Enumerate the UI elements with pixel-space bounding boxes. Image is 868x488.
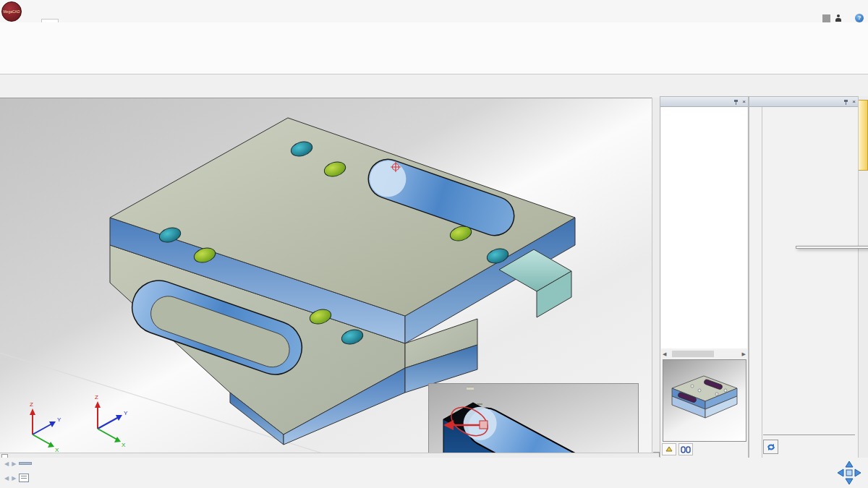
bearbeitungen-panel-header: × [660,97,748,107]
svg-text:Z: Z [30,401,33,408]
tree-hscrollbar[interactable]: ◀ ▶ [661,350,747,358]
coordinate-tooltip [467,387,474,390]
panel-close-icon[interactable]: × [852,98,856,105]
title-bar [0,0,868,10]
feature-tree [661,107,747,348]
coord-z-value [470,389,474,390]
theme-square-icon[interactable] [822,14,830,22]
svg-text:Y: Y [124,410,128,416]
next-sheet-icon[interactable]: ▶ [12,475,16,481]
model-area-tab[interactable] [19,462,32,465]
megacad-logo-icon[interactable]: MegaCAD [1,1,22,22]
scroll-right-icon[interactable]: ▶ [741,351,747,357]
model-preview-pane[interactable] [663,359,746,442]
bearbeitung-einfuegen-panel: × [749,96,859,459]
scroll-thumb[interactable] [672,351,714,357]
status-bar: ◀ ▶ ◀ ▶ [0,458,868,488]
pin-icon[interactable] [733,99,739,105]
viewport-3d[interactable]: ZYX ZYX [0,98,652,453]
toolbar-row-1 [0,74,868,85]
detail-inset-window[interactable] [428,383,639,453]
sheet-tab[interactable] [32,477,38,479]
scroll-left-icon[interactable]: ◀ [661,351,668,357]
ribbon-tab-row: MegaCAD ? [0,10,868,23]
tree-tab-structure[interactable] [662,443,676,455]
panel-close-icon[interactable]: × [742,98,746,105]
insert-category-tabs [749,107,762,458]
bearbeitungen-panel: × ◀ ▶ [660,96,749,459]
prev-model-icon[interactable]: ◀ [4,461,9,467]
pan-navigation-icon[interactable] [836,460,862,487]
quick-help-icon[interactable]: ? [855,14,864,22]
tree-tab-views[interactable] [678,443,693,455]
toolbar-row-2 [0,86,868,97]
context-menu [796,246,868,249]
viewport-vscrollbar[interactable] [652,98,660,458]
svg-text:Y: Y [57,416,61,423]
model-preview-thumbnail [663,360,744,440]
account-icon[interactable] [835,14,842,22]
insert-panel-header: × [749,97,858,107]
snap-label [477,403,482,405]
pin-icon[interactable] [843,99,849,105]
svg-text:X: X [122,442,126,448]
refresh-button[interactable] [763,440,778,454]
ribbon [0,22,868,74]
inset-model [429,384,637,453]
prev-sheet-icon[interactable]: ◀ [4,475,9,481]
megacad-window: MegaCAD ? [0,0,868,488]
baugruppen-einfuegen-tab[interactable] [859,100,868,171]
sheet-list-icon[interactable] [19,474,29,482]
next-model-icon[interactable]: ▶ [12,461,16,467]
svg-text:Z: Z [95,394,98,401]
